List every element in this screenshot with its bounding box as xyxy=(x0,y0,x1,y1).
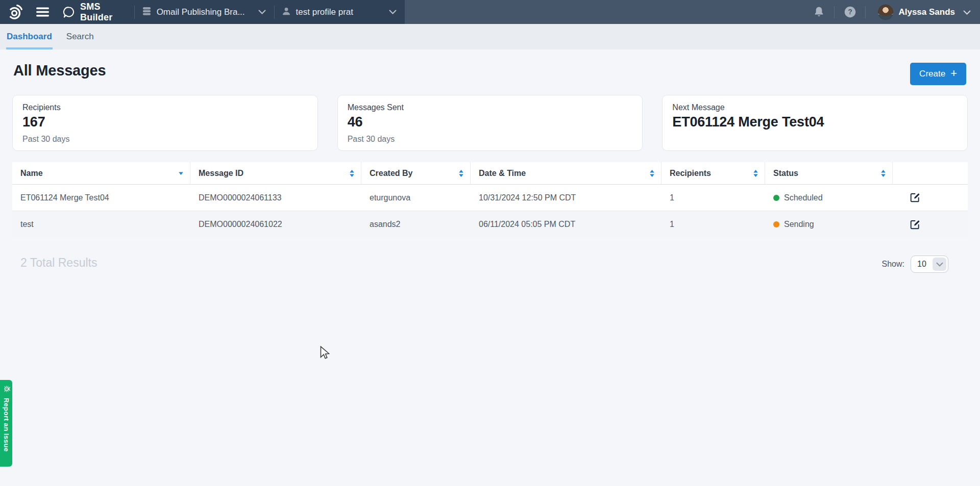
table-header-row: NameMessage IDCreated ByDate & TimeRecip… xyxy=(12,162,968,185)
cell-actions xyxy=(893,211,968,238)
plus-icon: + xyxy=(950,68,957,79)
cell-date-time: 06/11/2024 05:05 PM CDT xyxy=(471,211,662,238)
cell-recipients: 1 xyxy=(662,211,765,238)
tab-dashboard[interactable]: Dashboard xyxy=(6,24,53,49)
show-label: Show: xyxy=(882,260,904,269)
show-per-page-group: Show: 10 xyxy=(882,255,948,273)
cell-actions xyxy=(893,185,968,211)
chat-bubble-icon xyxy=(62,6,76,19)
profile-selector-dropdown[interactable]: test profile prat xyxy=(275,0,405,24)
app-title: SMS Builder xyxy=(80,2,127,23)
cell-created-by: eturgunova xyxy=(361,185,471,211)
cell-name: test xyxy=(12,211,190,238)
card-value: ET061124 Merge Test04 xyxy=(672,114,958,130)
user-name: Alyssa Sands xyxy=(898,7,955,17)
card-caption: Past 30 days xyxy=(22,135,308,144)
card-next-message: Next Message ET061124 Merge Test04 xyxy=(662,95,968,151)
card-label: Recipients xyxy=(22,103,308,112)
edit-message-button[interactable] xyxy=(910,192,920,203)
cell-created-by: asands2 xyxy=(361,211,471,238)
status-text: Scheduled xyxy=(784,193,823,202)
column-header-recipients[interactable]: Recipients xyxy=(662,162,765,184)
card-recipients: Recipients 167 Past 30 days xyxy=(12,95,318,151)
mouse-cursor xyxy=(320,346,330,362)
status-dot-icon xyxy=(773,221,779,227)
table-body: ET061124 Merge Test04DEMO0000024061133et… xyxy=(12,185,968,238)
cell-recipients: 1 xyxy=(662,185,765,211)
column-header-actions xyxy=(893,162,968,184)
create-button[interactable]: Create + xyxy=(910,63,966,85)
column-header-label: Name xyxy=(20,169,43,178)
cell-message-id: DEMO0000024061133 xyxy=(190,185,361,211)
tab-search-label: Search xyxy=(66,32,94,42)
cell-date-time: 10/31/2024 12:50 PM CDT xyxy=(471,185,662,211)
header-divider xyxy=(865,6,866,18)
top-header-bar: SMS Builder Omail Publishing Bra... test… xyxy=(0,0,980,24)
person-icon xyxy=(282,7,291,18)
responsys-logo-icon[interactable] xyxy=(7,3,23,21)
tab-dashboard-label: Dashboard xyxy=(7,32,52,42)
card-label: Messages Sent xyxy=(348,103,633,112)
chevron-down-icon xyxy=(933,258,946,271)
column-header-date-time[interactable]: Date & Time xyxy=(471,162,662,184)
column-header-created-by[interactable]: Created By xyxy=(361,162,471,184)
messages-table: NameMessage IDCreated ByDate & TimeRecip… xyxy=(12,162,968,238)
sort-desc-icon xyxy=(178,172,184,175)
show-select-value: 10 xyxy=(911,260,933,269)
svg-text:?: ? xyxy=(848,8,852,16)
chevron-down-icon[interactable] xyxy=(963,8,971,17)
column-header-status[interactable]: Status xyxy=(765,162,893,184)
report-an-issue-tab[interactable]: Report an Issue xyxy=(0,380,12,467)
chevron-down-icon xyxy=(389,10,397,14)
status-dot-icon xyxy=(773,195,779,201)
tab-strip: Dashboard Search xyxy=(0,24,980,49)
brand-selector-dropdown[interactable]: Omail Publishing Bra... xyxy=(135,0,274,24)
column-header-name[interactable]: Name xyxy=(12,162,190,184)
report-an-issue-label: Report an Issue xyxy=(3,398,10,452)
top-header-right-section: ? Alyssa Sands xyxy=(405,0,980,24)
card-value: 46 xyxy=(348,114,633,130)
hamburger-menu-icon[interactable] xyxy=(36,7,49,17)
card-caption: Past 30 days xyxy=(348,135,633,144)
column-header-label: Message ID xyxy=(199,169,243,178)
profile-selector-label: test profile prat xyxy=(296,7,353,17)
stat-cards-row: Recipients 167 Past 30 days Messages Sen… xyxy=(12,95,968,151)
user-avatar[interactable] xyxy=(878,5,893,20)
bug-icon xyxy=(2,385,11,393)
sort-both-icon xyxy=(649,170,655,177)
column-header-label: Created By xyxy=(370,169,412,178)
total-results-label: 2 Total Results xyxy=(20,256,97,270)
database-icon xyxy=(142,7,152,18)
tab-search[interactable]: Search xyxy=(66,24,94,49)
sort-both-icon xyxy=(880,170,886,177)
table-row[interactable]: ET061124 Merge Test04DEMO0000024061133et… xyxy=(12,185,968,211)
cell-status: Sending xyxy=(765,211,893,238)
notifications-bell-icon[interactable] xyxy=(808,6,829,18)
edit-message-button[interactable] xyxy=(910,219,920,230)
cell-message-id: DEMO0000024061022 xyxy=(190,211,361,238)
top-header-left-section: SMS Builder Omail Publishing Bra... test… xyxy=(0,0,405,24)
create-button-label: Create xyxy=(919,69,945,79)
column-header-message-id[interactable]: Message ID xyxy=(190,162,361,184)
cell-status: Scheduled xyxy=(765,185,893,211)
show-per-page-select[interactable]: 10 xyxy=(911,255,948,273)
help-icon[interactable]: ? xyxy=(840,6,860,18)
brand-selector-label: Omail Publishing Bra... xyxy=(157,7,245,17)
column-header-label: Recipients xyxy=(670,169,711,178)
cell-name: ET061124 Merge Test04 xyxy=(12,185,190,211)
table-row[interactable]: testDEMO0000024061022asands206/11/2024 0… xyxy=(12,211,968,238)
sort-both-icon xyxy=(753,170,758,177)
status-text: Sending xyxy=(784,220,814,229)
header-divider xyxy=(834,6,835,18)
card-messages-sent: Messages Sent 46 Past 30 days xyxy=(337,95,643,151)
card-label: Next Message xyxy=(672,103,958,112)
card-value: 167 xyxy=(22,114,308,130)
sort-both-icon xyxy=(349,170,355,177)
sort-both-icon xyxy=(458,170,464,177)
column-header-label: Date & Time xyxy=(479,169,526,178)
column-header-label: Status xyxy=(773,169,798,178)
page-title: All Messages xyxy=(13,62,106,79)
chevron-down-icon xyxy=(258,10,266,14)
